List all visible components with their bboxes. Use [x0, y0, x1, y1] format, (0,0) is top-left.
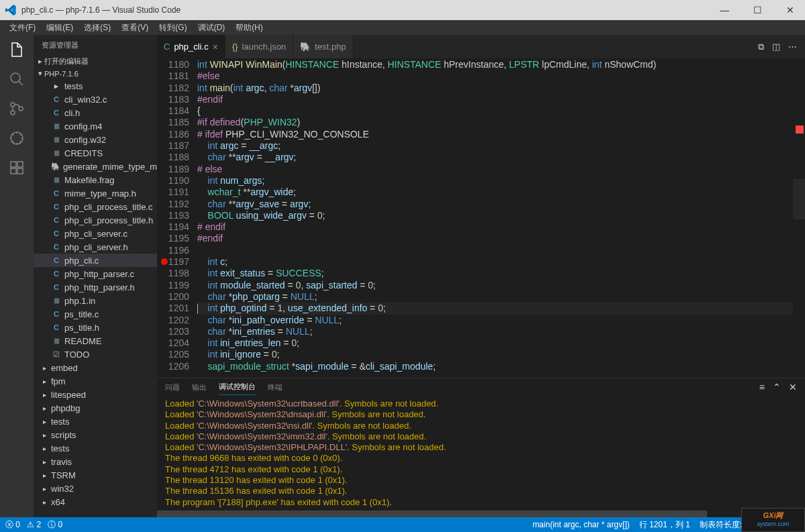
file-php-cli-process-title-h[interactable]: Cphp_cli_process_title.h: [34, 213, 157, 227]
scrollbar-thumb[interactable]: [157, 511, 707, 517]
svg-point-2: [11, 111, 15, 115]
folder-tests[interactable]: ▸tests: [34, 415, 157, 428]
horizontal-scrollbar[interactable]: [157, 511, 805, 517]
titlebar: php_cli.c — php-7.1.6 — Visual Studio Co…: [0, 0, 805, 20]
file-cli-h[interactable]: Ccli.h: [34, 106, 157, 119]
tab-php-cli-c[interactable]: C php_cli.c ×: [157, 35, 225, 58]
window-title: php_cli.c — php-7.1.6 — Visual Studio Co…: [21, 5, 180, 15]
file-credits[interactable]: ≣CREDITS: [34, 146, 157, 160]
file-mime-type-map-h[interactable]: Cmime_type_map.h: [34, 187, 157, 200]
file-makefile-frag[interactable]: ≣Makefile.frag: [34, 173, 157, 187]
menu-file[interactable]: 文件(F): [5, 21, 40, 35]
folder-scripts[interactable]: ▸scripts: [34, 428, 157, 441]
vscode-icon: [5, 5, 16, 15]
minimap[interactable]: [793, 58, 805, 378]
code-content[interactable]: int WINAPI WinMain(HINSTANCE hInstance, …: [197, 58, 805, 378]
sidebar-title: 资源管理器: [34, 35, 157, 55]
status-warnings[interactable]: ⚠ 2: [27, 520, 41, 529]
svg-rect-5: [11, 162, 16, 167]
panel-tab-output[interactable]: 输出: [192, 382, 207, 395]
chevron-up-icon[interactable]: ⌃: [773, 382, 781, 395]
split-icon[interactable]: ◫: [772, 42, 780, 52]
folder-tests[interactable]: ▸tests: [34, 441, 157, 455]
minimize-button[interactable]: —: [714, 5, 735, 15]
file-php-cli-server-h[interactable]: Cphp_cli_server.h: [34, 240, 157, 254]
scm-icon[interactable]: [9, 101, 25, 117]
panel-tab-debug[interactable]: 调试控制台: [219, 382, 256, 395]
file-php-1-in[interactable]: ≣php.1.in: [34, 294, 157, 307]
folder-phpdbg[interactable]: ▸phpdbg: [34, 401, 157, 415]
compare-icon[interactable]: ⧉: [758, 42, 764, 52]
menu-goto[interactable]: 转到(G): [155, 21, 191, 35]
c-icon: C: [51, 270, 62, 278]
status-info[interactable]: ⓘ 0: [48, 519, 62, 531]
c-icon: C: [51, 229, 62, 237]
status-errors[interactable]: ⓧ 0: [5, 519, 20, 531]
maximize-button[interactable]: ☐: [748, 5, 767, 15]
tab-launch-json[interactable]: {} launch.json: [225, 35, 293, 58]
file-php-cli-server-c[interactable]: Cphp_cli_server.c: [34, 227, 157, 240]
c-icon: C: [51, 216, 62, 224]
lines-icon: ≣: [51, 297, 62, 305]
menu-edit[interactable]: 编辑(E): [42, 21, 77, 35]
folder-TSRM[interactable]: ▸TSRM: [34, 468, 157, 482]
menu-view[interactable]: 查看(V): [117, 21, 152, 35]
chevron-right-icon: ▸: [43, 391, 51, 398]
folder-litespeed[interactable]: ▸litespeed: [34, 388, 157, 401]
close-button[interactable]: ✕: [781, 5, 800, 15]
svg-rect-6: [17, 162, 23, 167]
chevron-right-icon: ▸: [43, 431, 51, 439]
debug-icon[interactable]: [9, 130, 25, 146]
c-icon: C: [51, 95, 62, 103]
file-cli-win32-c[interactable]: Ccli_win32.c: [34, 93, 157, 106]
menu-help[interactable]: 帮助(H): [231, 21, 267, 35]
folder-icon: ▸: [51, 82, 62, 91]
menu-debug[interactable]: 调试(D): [194, 21, 229, 35]
tab-test-php[interactable]: 🐘 test.php: [293, 35, 353, 58]
menu-select[interactable]: 选择(S): [80, 21, 115, 35]
file-config-w32[interactable]: ≣config.w32: [34, 133, 157, 146]
clear-icon[interactable]: ≡: [759, 382, 765, 395]
file-php-cli-c[interactable]: Cphp_cli.c: [34, 254, 157, 267]
file-readme[interactable]: ≣README: [34, 334, 157, 348]
file-ps-title-c[interactable]: Cps_title.c: [34, 307, 157, 321]
panel-close-icon[interactable]: ✕: [789, 382, 797, 395]
open-editors-header[interactable]: ▸打开的编辑器: [34, 55, 157, 68]
project-header[interactable]: ▾PHP-7.1.6: [34, 68, 157, 79]
status-function[interactable]: main(int argc, char * argv[]): [533, 520, 630, 529]
extensions-icon[interactable]: [9, 160, 25, 176]
chevron-right-icon: ▸: [43, 405, 51, 412]
panel-tab-problems[interactable]: 问题: [165, 382, 180, 395]
folder-fpm[interactable]: ▸fpm: [34, 374, 157, 388]
file-php-http-parser-h[interactable]: Cphp_http_parser.h: [34, 280, 157, 294]
file-ps-title-h[interactable]: Cps_title.h: [34, 321, 157, 334]
watermark: GXi网 system.com: [741, 508, 805, 532]
file-config-m4[interactable]: ≣config.m4: [34, 119, 157, 133]
minimap-viewport[interactable]: [793, 179, 805, 219]
c-icon: C: [51, 243, 62, 251]
search-icon[interactable]: [9, 71, 25, 87]
close-icon[interactable]: ×: [213, 42, 218, 52]
lines-icon: ≣: [51, 122, 62, 131]
file-php-cli-process-title-c[interactable]: Cphp_cli_process_title.c: [34, 200, 157, 213]
more-icon[interactable]: ⋯: [788, 42, 797, 52]
c-icon: C: [51, 109, 62, 117]
folder-x64[interactable]: ▸x64: [34, 495, 157, 509]
file-php-http-parser-c[interactable]: Cphp_http_parser.c: [34, 267, 157, 280]
folder-win32[interactable]: ▸win32: [34, 482, 157, 495]
explorer-icon[interactable]: [9, 42, 25, 58]
lines-icon: ≣: [51, 337, 62, 345]
activity-bar: [0, 35, 34, 517]
code-editor[interactable]: 1180118111821183118411851186118711881189…: [157, 58, 805, 378]
chevron-right-icon: ▸: [43, 445, 51, 452]
file-todo[interactable]: ☑TODO: [34, 348, 157, 361]
folder-travis[interactable]: ▸travis: [34, 455, 157, 468]
file-generate-mime-type-m---[interactable]: 🐘generate_mime_type_m...: [34, 160, 157, 173]
status-position[interactable]: 行 1201，列 1: [639, 519, 690, 531]
file-tests[interactable]: ▸tests: [34, 79, 157, 93]
lines-icon: ≣: [51, 136, 62, 144]
debug-console-output[interactable]: Loaded 'C:\Windows\System32\ucrtbased.dl…: [157, 398, 805, 511]
panel-tab-terminal[interactable]: 终端: [268, 382, 282, 395]
folder-embed[interactable]: ▸embed: [34, 361, 157, 374]
editor-area: C php_cli.c × {} launch.json 🐘 test.php …: [157, 35, 805, 517]
